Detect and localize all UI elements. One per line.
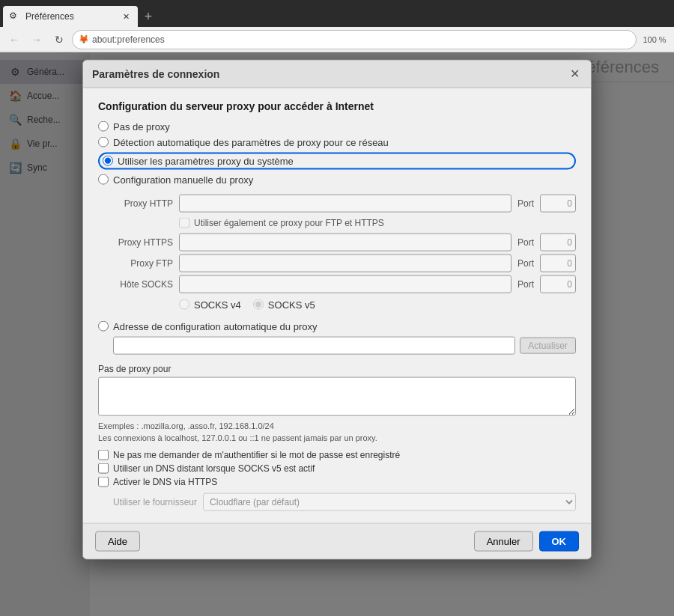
socks-v4-label: SOCKS v4 — [194, 299, 241, 310]
active-tab[interactable]: ⚙ Préférences ✕ — [3, 6, 138, 27]
https-proxy-label: Proxy HTTPS — [98, 237, 173, 247]
socks-proxy-label: Hôte SOCKS — [98, 278, 173, 289]
connection-settings-dialog: Paramètres de connexion ✕ Configuration … — [82, 59, 592, 559]
dns-socks-checkbox-item: Utiliser un DNS distant lorsque SOCKS v5… — [98, 463, 576, 473]
auto-proxy-label-row: Adresse de configuration automatique du … — [98, 320, 576, 332]
reload-button[interactable]: ↻ — [49, 30, 69, 49]
auto-detect-option[interactable]: Détection automatique des paramètres de … — [98, 136, 576, 147]
hint-examples: Exemples : .mozilla.org, .asso.fr, 192.1… — [98, 421, 576, 430]
no-proxy-label: Pas de proxy — [113, 121, 170, 132]
https-port-input[interactable] — [540, 233, 576, 251]
ftp-port-label: Port — [517, 257, 534, 268]
https-proxy-row: Proxy HTTPS Port — [98, 233, 576, 251]
auto-proxy-url-input[interactable] — [113, 336, 515, 354]
hint-localhost: Les connexions à localhost, 127.0.0.1 ou… — [98, 433, 576, 442]
cancel-button[interactable]: Annuler — [474, 531, 533, 551]
new-tab-button[interactable]: + — [138, 6, 159, 27]
dialog-title: Paramètres de connexion — [92, 67, 219, 79]
socks-proxy-row: Hôte SOCKS Port — [98, 275, 576, 293]
provider-label: Utiliser le fournisseur — [113, 496, 197, 507]
system-proxy-radio[interactable] — [103, 156, 113, 166]
provider-select[interactable]: Cloudflare (par défaut) NextDNS Personna… — [203, 493, 576, 510]
tab-title: Préférences — [25, 11, 115, 22]
auth-checkbox-label: Ne pas me demander de m'authentifier si … — [113, 449, 400, 460]
socks-v5-label: SOCKS v5 — [268, 299, 315, 310]
no-proxy-radio[interactable] — [98, 121, 109, 132]
system-proxy-label: Utiliser les paramètres proxy du système — [118, 155, 294, 166]
also-use-checkbox-row: Utiliser également ce proxy pour FTP et … — [98, 215, 576, 230]
auto-proxy-url-option[interactable]: Adresse de configuration automatique du … — [98, 320, 317, 332]
ftp-proxy-label: Proxy FTP — [98, 257, 173, 268]
ok-button[interactable]: OK — [539, 531, 580, 551]
auto-proxy-section: Adresse de configuration automatique du … — [98, 320, 576, 354]
no-proxy-textarea[interactable] — [98, 376, 576, 415]
auto-proxy-url-radio[interactable] — [98, 321, 109, 332]
back-button[interactable]: ← — [4, 30, 24, 49]
manual-proxy-radio[interactable] — [98, 174, 109, 185]
auto-proxy-url-row: Actualiser — [98, 336, 576, 354]
dns-socks-checkbox[interactable] — [98, 463, 109, 473]
dialog-titlebar: Paramètres de connexion ✕ — [83, 60, 591, 88]
dialog-footer: Aide Annuler OK — [83, 522, 591, 558]
page-background: ⚙ Généra... 🏠 Accue... 🔍 Reche... 🔒 Vie … — [0, 52, 674, 616]
http-proxy-input[interactable] — [179, 194, 511, 212]
dns-https-provider-section: Utiliser le fournisseur Cloudflare (par … — [98, 493, 576, 510]
no-proxy-option[interactable]: Pas de proxy — [98, 121, 576, 132]
also-use-checkbox[interactable] — [179, 217, 189, 228]
forward-button[interactable]: → — [27, 30, 46, 49]
http-proxy-label: Proxy HTTP — [98, 198, 173, 208]
http-proxy-row: Proxy HTTP Port — [98, 194, 576, 212]
socks-proxy-input[interactable] — [179, 275, 511, 293]
socks-v5-radio[interactable] — [253, 299, 264, 310]
proxy-options-group: Pas de proxy Détection automatique des p… — [98, 121, 576, 185]
refresh-button[interactable]: Actualiser — [520, 337, 576, 353]
auto-proxy-url-label: Adresse de configuration automatique du … — [113, 320, 317, 332]
dns-https-checkbox-item: Activer le DNS via HTTPS — [98, 476, 576, 487]
also-use-label: Utiliser également ce proxy pour FTP et … — [194, 217, 384, 228]
no-proxy-for-label: Pas de proxy pour — [98, 363, 576, 373]
https-proxy-input[interactable] — [179, 233, 511, 251]
ftp-port-input[interactable] — [540, 254, 576, 272]
auto-detect-label: Détection automatique des paramètres de … — [113, 136, 389, 147]
socks-version-row: SOCKS v4 SOCKS v5 — [98, 296, 576, 313]
manual-proxy-option[interactable]: Configuration manuelle du proxy — [98, 174, 576, 185]
tab-favicon: ⚙ — [9, 10, 21, 22]
https-port-label: Port — [517, 237, 534, 247]
address-text: about:preferences — [92, 34, 630, 45]
dns-socks-label: Utiliser un DNS distant lorsque SOCKS v5… — [113, 463, 315, 473]
ftp-proxy-input[interactable] — [179, 254, 511, 272]
no-proxy-section: Pas de proxy pour Exemples : .mozilla.or… — [98, 363, 576, 442]
proxy-fields: Proxy HTTP Port Utiliser également ce pr… — [98, 194, 576, 313]
auth-checkbox[interactable] — [98, 449, 109, 460]
http-port-input[interactable] — [540, 194, 576, 212]
auth-checkbox-item: Ne pas me demander de m'authentifier si … — [98, 449, 576, 460]
socks-v5-option[interactable]: SOCKS v5 — [253, 299, 315, 310]
lock-icon: 🦊 — [79, 34, 89, 44]
http-port-label: Port — [517, 198, 534, 208]
socks-port-label: Port — [517, 278, 534, 289]
navigation-bar: ← → ↻ 🦊 about:preferences 100 % — [0, 27, 674, 52]
address-bar[interactable]: 🦊 about:preferences — [72, 30, 637, 49]
provider-row: Utiliser le fournisseur Cloudflare (par … — [113, 493, 576, 510]
socks-v4-radio[interactable] — [179, 299, 189, 310]
dns-https-checkbox[interactable] — [98, 476, 109, 487]
dialog-body: Configuration du serveur proxy pour accé… — [83, 88, 591, 522]
extra-checkboxes-section: Ne pas me demander de m'authentifier si … — [98, 449, 576, 510]
tab-bar: ⚙ Préférences ✕ + — [0, 0, 674, 27]
zoom-level: 100 % — [640, 30, 670, 49]
manual-proxy-label: Configuration manuelle du proxy — [113, 174, 253, 185]
ftp-proxy-row: Proxy FTP Port — [98, 254, 576, 272]
dialog-close-button[interactable]: ✕ — [567, 66, 582, 81]
tab-close-button[interactable]: ✕ — [120, 10, 132, 22]
dns-https-label: Activer le DNS via HTTPS — [113, 476, 217, 487]
socks-port-input[interactable] — [540, 275, 576, 293]
browser-chrome: ⚙ Préférences ✕ + ← → ↻ 🦊 about:preferen… — [0, 0, 674, 52]
system-proxy-option[interactable]: Utiliser les paramètres proxy du système — [98, 152, 576, 169]
socks-v4-option[interactable]: SOCKS v4 — [179, 299, 241, 310]
section-title: Configuration du serveur proxy pour accé… — [98, 100, 576, 112]
auto-detect-radio[interactable] — [98, 137, 109, 147]
help-button[interactable]: Aide — [95, 531, 140, 551]
